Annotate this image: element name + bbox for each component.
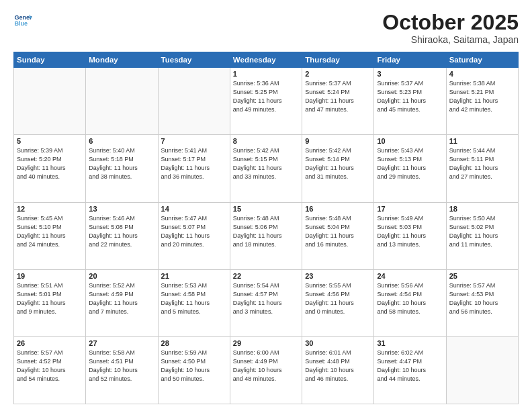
weekday-header-friday: Friday <box>374 52 446 68</box>
weekday-header-row: SundayMondayTuesdayWednesdayThursdayFrid… <box>14 52 519 68</box>
day-info: Sunrise: 5:56 AM Sunset: 4:54 PM Dayligh… <box>377 281 443 316</box>
day-info: Sunrise: 5:37 AM Sunset: 5:24 PM Dayligh… <box>305 79 371 114</box>
day-cell <box>14 68 86 135</box>
page: General Blue October 2025 Shiraoka, Sait… <box>0 0 532 411</box>
day-info: Sunrise: 5:51 AM Sunset: 5:01 PM Dayligh… <box>17 281 83 316</box>
day-number: 17 <box>377 205 443 213</box>
weekday-header-sunday: Sunday <box>14 52 86 68</box>
day-number: 15 <box>233 205 299 213</box>
day-info: Sunrise: 5:55 AM Sunset: 4:56 PM Dayligh… <box>305 281 371 316</box>
day-number: 4 <box>449 70 515 78</box>
day-info: Sunrise: 5:52 AM Sunset: 4:59 PM Dayligh… <box>89 281 154 316</box>
day-number: 24 <box>377 272 443 280</box>
day-cell: 28Sunrise: 5:59 AM Sunset: 4:50 PM Dayli… <box>158 336 230 404</box>
day-number: 27 <box>89 339 154 347</box>
svg-text:Blue: Blue <box>14 20 28 27</box>
day-cell: 7Sunrise: 5:41 AM Sunset: 5:17 PM Daylig… <box>158 135 230 202</box>
day-info: Sunrise: 5:48 AM Sunset: 5:06 PM Dayligh… <box>233 214 299 249</box>
day-cell: 20Sunrise: 5:52 AM Sunset: 4:59 PM Dayli… <box>86 269 158 336</box>
day-number: 3 <box>377 70 443 78</box>
day-number: 26 <box>17 339 83 347</box>
day-cell: 21Sunrise: 5:53 AM Sunset: 4:58 PM Dayli… <box>158 269 230 336</box>
day-cell: 27Sunrise: 5:58 AM Sunset: 4:51 PM Dayli… <box>86 336 158 404</box>
day-info: Sunrise: 5:45 AM Sunset: 5:10 PM Dayligh… <box>17 214 83 249</box>
day-info: Sunrise: 5:39 AM Sunset: 5:20 PM Dayligh… <box>17 146 83 181</box>
day-cell: 2Sunrise: 5:37 AM Sunset: 5:24 PM Daylig… <box>302 68 374 135</box>
day-number: 1 <box>233 70 299 78</box>
logo: General Blue <box>13 11 34 30</box>
day-number: 21 <box>161 272 227 280</box>
day-cell: 16Sunrise: 5:48 AM Sunset: 5:04 PM Dayli… <box>302 202 374 269</box>
week-row-5: 26Sunrise: 5:57 AM Sunset: 4:52 PM Dayli… <box>14 336 519 404</box>
weekday-header-wednesday: Wednesday <box>230 52 302 68</box>
day-cell: 18Sunrise: 5:50 AM Sunset: 5:02 PM Dayli… <box>446 202 518 269</box>
day-cell: 8Sunrise: 5:42 AM Sunset: 5:15 PM Daylig… <box>230 135 302 202</box>
day-number: 18 <box>449 205 515 213</box>
day-cell: 24Sunrise: 5:56 AM Sunset: 4:54 PM Dayli… <box>374 269 446 336</box>
day-number: 14 <box>161 205 227 213</box>
day-cell <box>446 336 518 404</box>
day-info: Sunrise: 6:00 AM Sunset: 4:49 PM Dayligh… <box>233 349 299 383</box>
day-cell: 5Sunrise: 5:39 AM Sunset: 5:20 PM Daylig… <box>14 135 86 202</box>
day-number: 30 <box>305 339 371 347</box>
day-info: Sunrise: 6:01 AM Sunset: 4:48 PM Dayligh… <box>305 349 371 383</box>
day-info: Sunrise: 5:53 AM Sunset: 4:58 PM Dayligh… <box>161 281 227 316</box>
weekday-header-saturday: Saturday <box>446 52 518 68</box>
week-row-2: 5Sunrise: 5:39 AM Sunset: 5:20 PM Daylig… <box>14 135 519 202</box>
day-cell: 19Sunrise: 5:51 AM Sunset: 5:01 PM Dayli… <box>14 269 86 336</box>
day-cell: 1Sunrise: 5:36 AM Sunset: 5:25 PM Daylig… <box>230 68 302 135</box>
day-info: Sunrise: 5:38 AM Sunset: 5:21 PM Dayligh… <box>449 79 515 114</box>
day-cell: 10Sunrise: 5:43 AM Sunset: 5:13 PM Dayli… <box>374 135 446 202</box>
day-cell: 30Sunrise: 6:01 AM Sunset: 4:48 PM Dayli… <box>302 336 374 404</box>
day-number: 22 <box>233 272 299 280</box>
day-cell: 25Sunrise: 5:57 AM Sunset: 4:53 PM Dayli… <box>446 269 518 336</box>
logo-icon: General Blue <box>13 11 32 30</box>
day-cell: 4Sunrise: 5:38 AM Sunset: 5:21 PM Daylig… <box>446 68 518 135</box>
day-info: Sunrise: 5:40 AM Sunset: 5:18 PM Dayligh… <box>89 146 154 181</box>
day-info: Sunrise: 5:37 AM Sunset: 5:23 PM Dayligh… <box>377 79 443 114</box>
day-info: Sunrise: 6:02 AM Sunset: 4:47 PM Dayligh… <box>377 349 443 383</box>
day-info: Sunrise: 5:50 AM Sunset: 5:02 PM Dayligh… <box>449 214 515 249</box>
day-info: Sunrise: 5:44 AM Sunset: 5:11 PM Dayligh… <box>449 146 515 181</box>
day-cell: 23Sunrise: 5:55 AM Sunset: 4:56 PM Dayli… <box>302 269 374 336</box>
day-number: 2 <box>305 70 371 78</box>
day-number: 29 <box>233 339 299 347</box>
day-number: 20 <box>89 272 154 280</box>
day-cell: 31Sunrise: 6:02 AM Sunset: 4:47 PM Dayli… <box>374 336 446 404</box>
day-number: 13 <box>89 205 154 213</box>
day-info: Sunrise: 5:59 AM Sunset: 4:50 PM Dayligh… <box>161 349 227 383</box>
day-number: 7 <box>161 137 227 145</box>
day-number: 11 <box>449 137 515 145</box>
day-cell: 26Sunrise: 5:57 AM Sunset: 4:52 PM Dayli… <box>14 336 86 404</box>
day-number: 9 <box>305 137 371 145</box>
day-cell: 6Sunrise: 5:40 AM Sunset: 5:18 PM Daylig… <box>86 135 158 202</box>
day-cell: 15Sunrise: 5:48 AM Sunset: 5:06 PM Dayli… <box>230 202 302 269</box>
day-cell: 14Sunrise: 5:47 AM Sunset: 5:07 PM Dayli… <box>158 202 230 269</box>
day-cell: 11Sunrise: 5:44 AM Sunset: 5:11 PM Dayli… <box>446 135 518 202</box>
day-number: 16 <box>305 205 371 213</box>
day-number: 19 <box>17 272 83 280</box>
header: General Blue October 2025 Shiraoka, Sait… <box>13 11 519 45</box>
day-info: Sunrise: 5:41 AM Sunset: 5:17 PM Dayligh… <box>161 146 227 181</box>
calendar-table: SundayMondayTuesdayWednesdayThursdayFrid… <box>13 52 519 404</box>
day-cell: 3Sunrise: 5:37 AM Sunset: 5:23 PM Daylig… <box>374 68 446 135</box>
day-cell: 29Sunrise: 6:00 AM Sunset: 4:49 PM Dayli… <box>230 336 302 404</box>
day-info: Sunrise: 5:36 AM Sunset: 5:25 PM Dayligh… <box>233 79 299 114</box>
day-cell: 22Sunrise: 5:54 AM Sunset: 4:57 PM Dayli… <box>230 269 302 336</box>
day-info: Sunrise: 5:57 AM Sunset: 4:52 PM Dayligh… <box>17 349 83 383</box>
day-cell <box>158 68 230 135</box>
day-info: Sunrise: 5:42 AM Sunset: 5:14 PM Dayligh… <box>305 146 371 181</box>
day-number: 28 <box>161 339 227 347</box>
week-row-1: 1Sunrise: 5:36 AM Sunset: 5:25 PM Daylig… <box>14 68 519 135</box>
day-info: Sunrise: 5:47 AM Sunset: 5:07 PM Dayligh… <box>161 214 227 249</box>
day-cell: 13Sunrise: 5:46 AM Sunset: 5:08 PM Dayli… <box>86 202 158 269</box>
day-info: Sunrise: 5:48 AM Sunset: 5:04 PM Dayligh… <box>305 214 371 249</box>
weekday-header-monday: Monday <box>86 52 158 68</box>
day-info: Sunrise: 5:54 AM Sunset: 4:57 PM Dayligh… <box>233 281 299 316</box>
day-cell <box>86 68 158 135</box>
day-number: 8 <box>233 137 299 145</box>
day-cell: 9Sunrise: 5:42 AM Sunset: 5:14 PM Daylig… <box>302 135 374 202</box>
day-info: Sunrise: 5:46 AM Sunset: 5:08 PM Dayligh… <box>89 214 154 249</box>
day-number: 6 <box>89 137 154 145</box>
location: Shiraoka, Saitama, Japan <box>382 34 519 45</box>
